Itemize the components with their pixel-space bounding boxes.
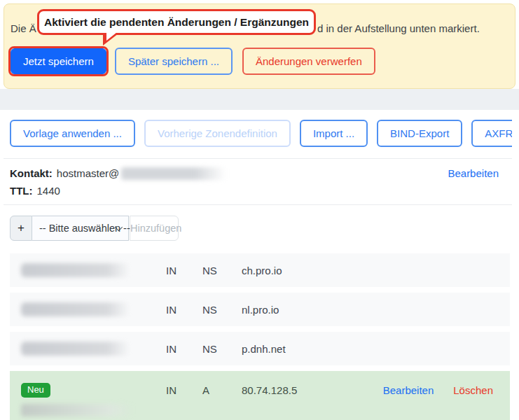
- new-record-badge: Neu: [21, 383, 50, 398]
- record-name-cell: Neu: [10, 383, 166, 416]
- record-actions: Bearbeiten Löschen: [383, 383, 510, 398]
- record-name-cell: [10, 263, 166, 277]
- record-type: NS: [202, 343, 242, 355]
- record-row-new: Neu IN A 80.74.128.5 Bearbeiten Löschen: [10, 371, 510, 420]
- contact-value: hostmaster@: [57, 167, 119, 179]
- plus-icon[interactable]: +: [10, 216, 32, 241]
- redacted-contact-domain: [121, 167, 226, 180]
- add-record-group: + -- Bitte auswählen -- Hinzufügen: [10, 216, 179, 241]
- record-class: IN: [166, 265, 202, 276]
- banner-text-left: Die Ä: [11, 22, 36, 34]
- tooltip-tail-fill: [106, 32, 117, 41]
- bind-export-button[interactable]: BIND-Export: [377, 120, 462, 147]
- redacted-record-name: [21, 404, 133, 416]
- record-class: IN: [166, 304, 202, 316]
- apply-template-button[interactable]: Vorlage anwenden ...: [10, 120, 135, 147]
- annotation-tooltip: Aktiviert die pendenten Änderungen / Erg…: [37, 9, 316, 35]
- redacted-record-name: [21, 342, 130, 356]
- zone-toolbar: Vorlage anwenden ... Vorherige Zonendefi…: [4, 110, 512, 147]
- previous-zone-button: Vorherige Zonendefinition: [144, 120, 291, 147]
- record-name-cell: [10, 342, 166, 356]
- record-row: IN NS p.dnh.net: [10, 332, 510, 365]
- record-row: IN NS nl.pro.io: [10, 293, 510, 326]
- banner-text-right: d in der Aufstellung unten markiert.: [317, 22, 480, 34]
- redacted-record-name: [21, 302, 130, 316]
- record-type: A: [202, 383, 242, 398]
- save-now-button[interactable]: Jetzt speichern: [11, 48, 106, 74]
- record-row: IN NS ch.pro.io: [10, 253, 510, 287]
- record-class: IN: [166, 383, 202, 398]
- ttl-label: TTL:: [10, 185, 32, 197]
- zone-editor-card: Vorlage anwenden ... Vorherige Zonendefi…: [4, 110, 512, 420]
- divider: [4, 204, 512, 205]
- add-record-button: Hinzufügen: [130, 216, 179, 241]
- contact-label: Kontakt:: [10, 167, 53, 179]
- record-list: IN NS ch.pro.io IN NS nl.pro.io IN NS p.…: [4, 253, 512, 420]
- redacted-record-name: [21, 263, 130, 277]
- page-background-band: [0, 89, 519, 110]
- record-value: 80.74.128.5: [242, 383, 383, 398]
- record-type-select[interactable]: -- Bitte auswählen --: [32, 216, 129, 241]
- record-class: IN: [166, 343, 202, 355]
- record-type: NS: [202, 304, 242, 316]
- delete-record-link[interactable]: Löschen: [453, 383, 493, 398]
- axfr-export-button[interactable]: AXFR-Export: [471, 120, 512, 147]
- record-value: nl.pro.io: [242, 304, 510, 316]
- zone-info-section: Kontakt: hostmaster@ TTL: 1440 Bearbeite…: [4, 159, 512, 200]
- save-later-button[interactable]: Später speichern ...: [115, 48, 233, 75]
- annotation-highlight: Jetzt speichern: [8, 46, 109, 76]
- discard-changes-button[interactable]: Änderungen verwerfen: [242, 48, 375, 75]
- edit-zone-info-link[interactable]: Bearbeiten: [448, 167, 499, 179]
- tooltip-text: Aktiviert die pendenten Änderungen / Erg…: [44, 16, 309, 29]
- record-value: ch.pro.io: [242, 265, 510, 276]
- record-name-cell: [10, 302, 166, 316]
- edit-record-link[interactable]: Bearbeiten: [383, 383, 434, 398]
- record-value: p.dnh.net: [242, 343, 510, 355]
- import-button[interactable]: Import ...: [300, 120, 368, 147]
- ttl-value: 1440: [36, 185, 60, 197]
- record-type: NS: [202, 265, 242, 276]
